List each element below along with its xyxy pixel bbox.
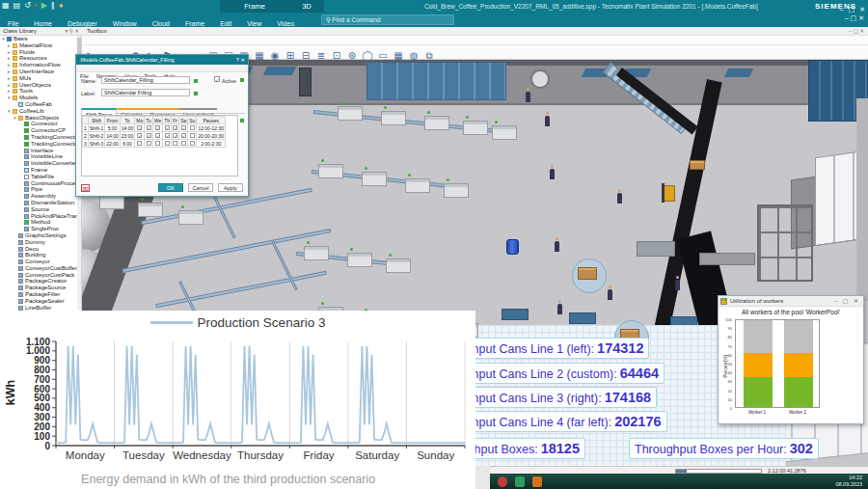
tree-item-assembly[interactable]: Assembly — [0, 193, 81, 200]
context-tab-3d[interactable]: 3D — [289, 0, 324, 13]
toolbox-header-icons[interactable]: – ▢ ✕ — [849, 27, 864, 36]
ok-button[interactable]: OK — [158, 183, 183, 192]
day-checkbox-checked[interactable]: ✓ — [147, 133, 151, 138]
tree-item-frame[interactable]: Frame — [0, 167, 81, 174]
tree-item-basis[interactable]: ▾Basis — [0, 36, 81, 42]
menu-item-view[interactable]: View — [239, 16, 269, 31]
menu-item-home[interactable]: Home — [26, 16, 60, 31]
excel-file-icon[interactable] — [515, 476, 525, 487]
day-checkbox-unchecked[interactable] — [190, 125, 195, 130]
windows-taskbar[interactable]: 14:22 08.09.2023 — [490, 474, 868, 489]
context-tab-frame[interactable]: Frame — [220, 0, 289, 13]
inherit-dot-label[interactable] — [194, 92, 198, 95]
tree-item-building[interactable]: Building — [0, 252, 81, 258]
tree-item-mus[interactable]: ▸MUs — [0, 75, 81, 82]
menu-item-debugger[interactable]: Debugger — [60, 16, 105, 31]
tree-item-conveyorcustpack[interactable]: ConveyorCustPack — [0, 272, 81, 279]
tree-item-pickandplacetrans[interactable]: PickAndPlaceTrans — [0, 213, 81, 220]
turnplate-icon[interactable]: ⊡ — [329, 48, 344, 63]
tree-item-trackingconnector[interactable]: TrackingConnector — [0, 134, 81, 141]
day-checkbox-checked[interactable]: ✓ — [181, 133, 186, 138]
tree-item-packagesource[interactable]: PackageSource — [0, 285, 81, 291]
powerpoint-file-icon[interactable] — [532, 476, 542, 487]
tree-item-interface[interactable]: Interface — [0, 148, 81, 154]
tree-item-packagecreator[interactable]: PackageCreator — [0, 278, 81, 285]
tree-item-invisibleconverter[interactable]: InvisibleConverter — [0, 160, 81, 167]
reset-icon[interactable]: ● — [59, 1, 64, 10]
dismantle-station-icon[interactable]: ▦ — [252, 48, 267, 63]
shift-table-row[interactable]: 1Shift-15:0014:00✓✓✓✓✓✓12:00-12:30 — [83, 124, 226, 132]
tree-item-conveyorcustbuffer[interactable]: ConveyorCustBuffer — [0, 265, 81, 272]
rack-icon[interactable]: ▦ — [391, 48, 406, 63]
tree-item-tools[interactable]: ▸Tools — [0, 88, 81, 95]
search-input[interactable]: ⚲ Find a Command — [321, 14, 454, 25]
day-checkbox-unchecked[interactable] — [155, 141, 160, 146]
tree-item-tablefile[interactable]: TableFile — [0, 174, 81, 180]
tree-item-trackingconnectorcp[interactable]: TrackingConnectorCP — [0, 141, 81, 148]
tree-item-deco[interactable]: Deco — [0, 246, 81, 253]
day-checkbox-unchecked[interactable] — [165, 141, 170, 146]
day-checkbox-checked[interactable]: ✓ — [155, 133, 160, 138]
tree-item-materialflow[interactable]: ▸MaterialFlow — [0, 42, 81, 49]
tree-item-resources[interactable]: ▸Resources — [0, 55, 81, 62]
close-icon[interactable]: ✕ — [859, 6, 865, 13]
worker-window-controls[interactable]: – ▢ ✕ — [834, 296, 860, 307]
menu-item-file[interactable]: File — [0, 16, 26, 31]
tree-item-dummy[interactable]: Dummy — [0, 239, 81, 246]
dialog-3d-badge[interactable]: 3D — [81, 184, 90, 192]
workflow-icon[interactable]: ⧉ — [421, 48, 437, 63]
day-checkbox-unchecked[interactable] — [173, 141, 177, 146]
tree-item-userobjects[interactable]: ▸UserObjects — [0, 82, 81, 89]
day-checkbox-checked[interactable]: ✓ — [147, 125, 151, 130]
day-checkbox-checked[interactable]: ✓ — [165, 125, 170, 130]
label-field[interactable]: ShiftCalendar Filling — [101, 89, 190, 96]
minimize-icon[interactable]: – — [840, 6, 844, 13]
undo-icon[interactable]: ↺ — [24, 1, 31, 10]
maximize-icon[interactable]: ▢ — [849, 6, 855, 13]
tree-item-invisibleline[interactable]: InvisibleLine — [0, 153, 81, 160]
place-buffer-icon[interactable]: ⊟ — [298, 48, 313, 63]
menu-item-cloud[interactable]: Cloud — [145, 16, 177, 31]
dialog-title-buttons[interactable]: ? ✕ — [236, 55, 245, 65]
day-checkbox-checked[interactable]: ✓ — [137, 125, 142, 130]
tree-item-conveyor[interactable]: Conveyor — [0, 258, 81, 265]
day-checkbox-unchecked[interactable] — [190, 133, 195, 138]
dialog-title-bar[interactable]: .Models.CoffeeFab.ShiftCalendar_Filling … — [76, 55, 248, 65]
tree-item-models[interactable]: ▾Models — [0, 95, 81, 101]
day-checkbox-unchecked[interactable] — [190, 141, 195, 146]
day-checkbox-checked[interactable]: ✓ — [181, 125, 186, 130]
tree-item-graphicsettings[interactable]: GraphicSettings — [0, 232, 81, 239]
tree-item-connectorcp[interactable]: ConnectorCP — [0, 127, 81, 134]
flow-control-icon[interactable]: ◍ — [406, 48, 421, 63]
tree-item-dismantlestation[interactable]: DismantleStation — [0, 200, 81, 206]
tree-item-source[interactable]: Source — [0, 206, 81, 213]
inherit-dot-name[interactable] — [194, 79, 198, 83]
store-icon[interactable]: ▭ — [375, 48, 391, 63]
tree-item-packagefiller[interactable]: PackageFiller — [0, 291, 81, 298]
day-checkbox-checked[interactable]: ✓ — [155, 125, 160, 130]
day-checkbox-checked[interactable]: ✓ — [137, 133, 142, 138]
shift-table-row[interactable]: 2Shift-214:0023:00✓✓✓✓✓✓20:00-20:30 — [83, 132, 226, 140]
inherit-dot-table[interactable] — [240, 119, 244, 122]
menu-item-video[interactable]: Video — [269, 16, 302, 31]
day-checkbox-checked[interactable]: ✓ — [165, 133, 170, 138]
menu-item-edit[interactable]: Edit — [212, 16, 239, 31]
cancel-button[interactable]: Cancel — [188, 183, 213, 192]
menu-item-window[interactable]: Window — [105, 16, 145, 31]
tree-item-basicobjects[interactable]: ▾BasicObjects — [0, 115, 81, 122]
inherit-dot-active[interactable] — [240, 78, 244, 82]
pause-icon[interactable]: ∥ — [51, 1, 55, 10]
tree-item-coffeelib[interactable]: ▾CoffeeLib — [0, 108, 81, 115]
tree-item-connector[interactable]: Connector — [0, 121, 81, 127]
name-field[interactable]: ShiftCalendar_Filling — [101, 76, 190, 84]
shift-table-row[interactable]: 3Shift-322:006:002:00-2:30 — [83, 140, 226, 148]
menu-item-frame[interactable]: Frame — [177, 16, 212, 31]
app-menu-icon[interactable]: ▦ — [2, 1, 10, 10]
apply-button[interactable]: Apply — [218, 183, 243, 192]
pick-and-place-icon[interactable]: ⊛ — [344, 48, 360, 63]
tree-item-userinterface[interactable]: ▸UserInterface — [0, 68, 81, 75]
tree-item-continuousprocess[interactable]: ContinuousProcess — [0, 180, 81, 187]
day-checkbox-unchecked[interactable] — [137, 141, 142, 146]
tree-item-informationflow[interactable]: ▸InformationFlow — [0, 62, 81, 68]
day-checkbox-checked[interactable]: ✓ — [173, 125, 177, 130]
